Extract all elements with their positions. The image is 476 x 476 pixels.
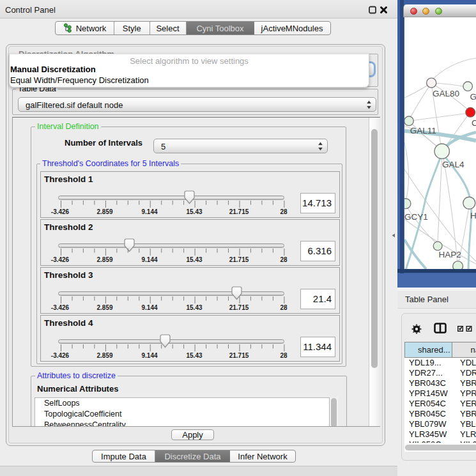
svg-text:GAL80: GAL80: [433, 89, 459, 98]
svg-text:GAL4: GAL4: [442, 160, 464, 169]
svg-text:G.: G.: [470, 92, 476, 102]
svg-text:HAP2: HAP2: [439, 250, 461, 259]
svg-text:H: H: [470, 211, 476, 220]
svg-text:GAL11: GAL11: [410, 126, 436, 135]
svg-text:GCY1: GCY1: [404, 212, 428, 222]
svg-text:C: C: [472, 118, 476, 128]
